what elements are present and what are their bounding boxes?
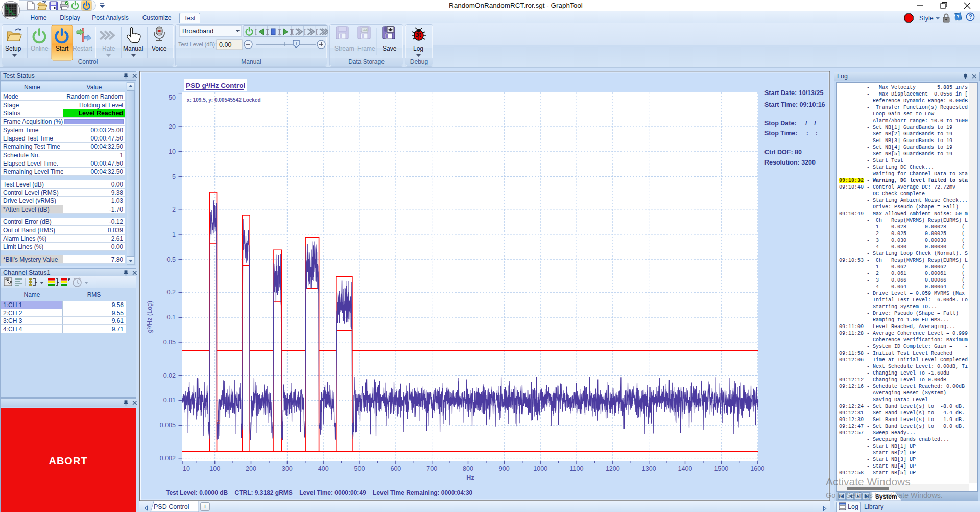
svg-text:Restart: Restart	[73, 45, 92, 52]
svg-text:Rate: Rate	[102, 45, 115, 52]
svg-text:700: 700	[426, 465, 437, 472]
svg-text:0.002: 0.002	[160, 455, 176, 462]
svg-text:Stream: Stream	[334, 45, 354, 52]
svg-text:x: 109.5, y: 0.00545542 Locked: x: 109.5, y: 0.00545542 Locked	[187, 97, 261, 103]
svg-text:1200: 1200	[606, 465, 620, 472]
svg-text:800: 800	[463, 465, 473, 472]
svg-text:400: 400	[318, 465, 329, 472]
svg-text:10: 10	[169, 148, 176, 155]
svg-text:20: 20	[169, 123, 176, 130]
svg-text:Save: Save	[383, 45, 397, 52]
svg-text:0.05: 0.05	[163, 339, 176, 346]
svg-text:100: 100	[209, 465, 220, 472]
svg-text:Stop Date: __/__/__: Stop Date: __/__/__	[764, 120, 824, 127]
svg-text:2: 2	[172, 206, 176, 213]
svg-text:0.2: 0.2	[167, 289, 176, 296]
svg-text:Manual: Manual	[123, 45, 143, 52]
svg-text:Resolution: 3200: Resolution: 3200	[764, 159, 816, 166]
svg-text:Style: Style	[919, 15, 934, 22]
svg-text:Hz: Hz	[466, 474, 474, 481]
svg-text:Test Level (dB):: Test Level (dB):	[178, 41, 217, 48]
svg-text:0.00: 0.00	[219, 41, 231, 49]
svg-text:200: 200	[246, 465, 256, 472]
svg-text:1300: 1300	[642, 465, 656, 472]
svg-text:PSD g²/Hz Control: PSD g²/Hz Control	[186, 82, 245, 89]
svg-text:0.1: 0.1	[167, 314, 176, 321]
svg-text:1600: 1600	[750, 465, 764, 472]
svg-text:0.005: 0.005	[160, 422, 176, 429]
svg-text:50: 50	[169, 94, 176, 101]
svg-text:300: 300	[282, 465, 293, 472]
svg-text:?: ?	[969, 13, 972, 20]
svg-text:g²/Hz (Log): g²/Hz (Log)	[146, 301, 153, 333]
svg-text:Online: Online	[31, 45, 49, 52]
svg-text:Ctrl DOF: 80: Ctrl DOF: 80	[764, 149, 802, 156]
svg-text:Broadband: Broadband	[182, 28, 213, 35]
svg-text:Start Date: 10/13/25: Start Date: 10/13/25	[764, 89, 823, 97]
svg-text:1100: 1100	[570, 465, 584, 472]
svg-text:900: 900	[499, 465, 510, 472]
svg-text:0.01: 0.01	[163, 397, 176, 404]
svg-text:Log: Log	[413, 45, 423, 52]
svg-text:1500: 1500	[714, 465, 728, 472]
svg-text:0.02: 0.02	[163, 372, 176, 379]
svg-text:600: 600	[390, 465, 401, 472]
svg-text:Start Time: 09:10:16: Start Time: 09:10:16	[764, 101, 825, 108]
svg-text:1: 1	[172, 231, 176, 238]
svg-text:1000: 1000	[533, 465, 547, 472]
svg-text:Test Level: 0.0000 dB CTRL:: Test Level: 0.0000 dB CTRL: 9.3182 gRMS …	[166, 489, 473, 496]
svg-text:Stop Time: __:__:__: Stop Time: __:__:__	[764, 130, 825, 137]
svg-text:1400: 1400	[678, 465, 692, 472]
svg-text:10: 10	[183, 465, 190, 472]
svg-text:5: 5	[172, 173, 176, 180]
svg-text:0.5: 0.5	[167, 256, 176, 263]
svg-text:500: 500	[354, 465, 365, 472]
svg-text:Frame: Frame	[357, 45, 375, 52]
svg-text:Setup: Setup	[5, 45, 21, 52]
svg-text:Voice: Voice	[152, 45, 167, 52]
svg-text:Start: Start	[56, 45, 69, 52]
